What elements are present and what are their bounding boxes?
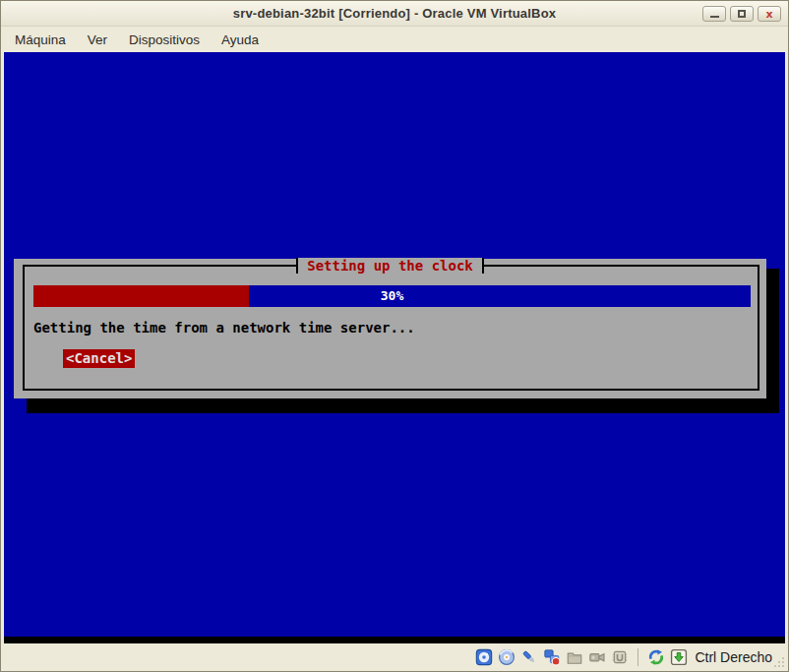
window-controls: x: [702, 6, 781, 22]
minimize-button[interactable]: [702, 6, 726, 22]
installer-dialog: Setting up the clock 30% Getting the tim…: [14, 259, 766, 398]
host-key-icon[interactable]: [670, 648, 688, 666]
window-title: srv-debian-32bit [Corriendo] - Oracle VM…: [233, 6, 557, 21]
title-right-tick: [482, 258, 484, 274]
host-key-label: Ctrl Derecho: [695, 649, 772, 665]
status-bar: Ctrl Derecho: [1, 643, 788, 671]
maximize-button[interactable]: [730, 6, 754, 22]
dialog-message: Getting the time from a network time ser…: [33, 320, 415, 336]
menu-machine[interactable]: Máquina: [4, 29, 77, 51]
virtualization-features-icon[interactable]: [611, 648, 629, 666]
virtualbox-window: srv-debian-32bit [Corriendo] - Oracle VM…: [0, 0, 789, 672]
network-adapters-icon[interactable]: [543, 648, 561, 666]
vm-bottom-band: [4, 637, 785, 643]
menu-help[interactable]: Ayuda: [211, 29, 270, 51]
minimize-icon: [710, 16, 719, 18]
menu-devices[interactable]: Dispositivos: [118, 29, 211, 51]
maximize-icon: [738, 10, 746, 18]
dialog-title: Setting up the clock: [298, 258, 482, 274]
usb-devices-icon[interactable]: [520, 648, 538, 666]
hard-disks-icon[interactable]: [475, 648, 493, 666]
progress-percentage: 30%: [33, 285, 751, 307]
menu-view[interactable]: Ver: [77, 29, 118, 51]
vm-display[interactable]: Setting up the clock 30% Getting the tim…: [4, 52, 785, 643]
optical-drives-icon[interactable]: [498, 648, 516, 666]
mouse-integration-icon[interactable]: [647, 648, 665, 666]
statusbar-separator: [637, 648, 638, 666]
close-icon: x: [765, 9, 772, 20]
video-capture-icon[interactable]: [588, 648, 606, 666]
shared-folders-icon[interactable]: [566, 648, 583, 666]
title-bar: srv-debian-32bit [Corriendo] - Oracle VM…: [1, 1, 788, 27]
progress-bar: 30%: [33, 285, 751, 307]
menu-bar: Máquina Ver Dispositivos Ayuda: [1, 27, 788, 52]
cancel-button[interactable]: <Cancel>: [63, 349, 135, 368]
resize-grip-icon[interactable]: [772, 655, 786, 669]
close-button[interactable]: x: [758, 6, 781, 22]
